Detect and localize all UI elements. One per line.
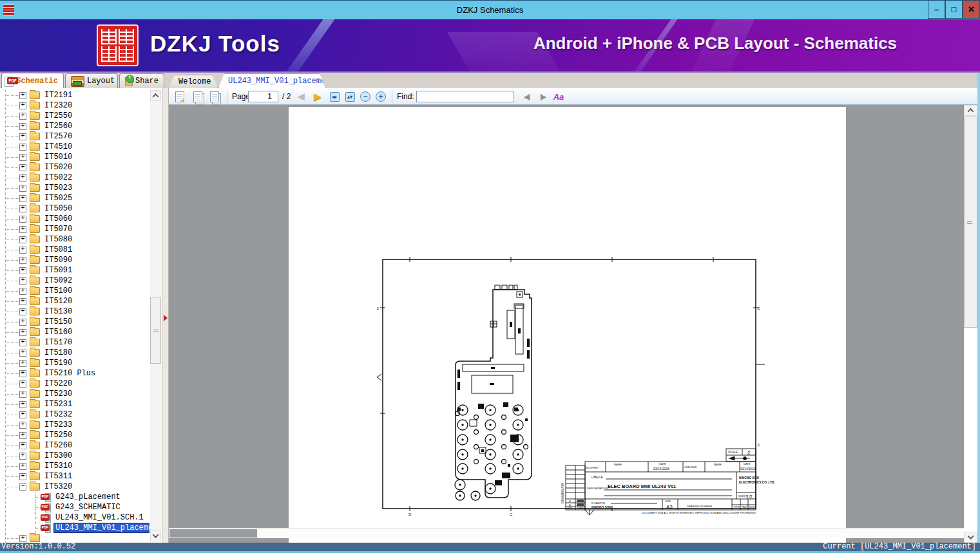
tree-item[interactable]: PDF IT5220	[0, 379, 149, 389]
tree-item[interactable]: PDF IT5231	[0, 399, 149, 409]
tree-item-label[interactable]: IT5130	[43, 307, 73, 316]
tree-expander-icon[interactable]	[19, 174, 26, 182]
find-next-icon[interactable]: |▶	[537, 91, 548, 102]
tree-item-label[interactable]: IT5160	[43, 328, 73, 337]
tree-item[interactable]: PDF IT5091	[0, 265, 149, 276]
tree-item-label[interactable]: IT5022	[43, 173, 73, 182]
tree-item[interactable]: PDF IT5180	[0, 348, 149, 358]
tab-layout[interactable]: PADS Layout	[65, 73, 118, 88]
maximize-button[interactable]: □	[945, 1, 963, 19]
tree-item[interactable]: PDF IT5092	[0, 276, 149, 286]
tree-expander-icon[interactable]	[19, 277, 26, 285]
tree-expander-icon[interactable]	[19, 411, 26, 418]
tree-item-label[interactable]: IT5232	[43, 410, 73, 419]
find-input[interactable]	[416, 91, 514, 102]
tree-item-label[interactable]: IT5300	[43, 451, 73, 460]
tree-item[interactable]: PDF IT5120	[0, 296, 149, 306]
tree-item-label[interactable]: IT2191	[43, 91, 73, 100]
tree-expander-icon[interactable]	[19, 133, 26, 140]
tree-item-label[interactable]: IT5092	[43, 276, 73, 285]
match-case-icon[interactable]: Aa	[553, 91, 564, 102]
viewer-scrollbar[interactable]	[964, 105, 977, 543]
tree-expander-icon[interactable]	[19, 216, 26, 223]
tree-item[interactable]: PDF UL243_MMI_V01_placement	[0, 523, 149, 533]
tree-item-label[interactable]: IT5120	[43, 297, 73, 306]
tree-item[interactable]: PDF G243_pLacement	[0, 492, 149, 502]
tree-expander-icon[interactable]	[19, 463, 26, 470]
tree-expander-icon[interactable]	[19, 226, 26, 233]
tree-item-label[interactable]: IT5025	[43, 194, 73, 203]
rotate-right-icon[interactable]	[209, 91, 220, 102]
tree-expander-icon[interactable]	[19, 442, 26, 449]
horizontal-scrollbar[interactable]	[169, 528, 964, 538]
tree-item-label[interactable]: IT5260	[43, 441, 73, 450]
tree-item[interactable]: PDF IT2550	[0, 111, 149, 121]
fit-page-icon[interactable]: ▴▾	[344, 91, 356, 102]
tree-item[interactable]: PDF IT5081	[0, 245, 149, 255]
tree-expander-icon[interactable]	[19, 267, 26, 274]
tree-item-label[interactable]: IT5180	[43, 348, 73, 357]
tree-item[interactable]: PDF IT5300	[0, 451, 149, 461]
tree-expander-icon[interactable]	[19, 422, 26, 429]
tree-item[interactable]: PDF IT2570	[0, 131, 149, 142]
rotate-left-icon[interactable]	[192, 91, 204, 102]
tree-expander-icon[interactable]	[19, 164, 26, 171]
tree-item[interactable]: PDF IT5233	[0, 420, 149, 430]
tree-expander-icon[interactable]	[19, 195, 26, 202]
tree-item-label[interactable]: UL243_MMI_V01.SCH.1	[54, 513, 145, 522]
tree-expander-icon[interactable]	[19, 483, 26, 491]
tree-item-label[interactable]: IT5250	[43, 431, 73, 440]
tree-expander-icon[interactable]	[19, 298, 26, 305]
tree-item-label[interactable]: IT5020	[43, 163, 73, 172]
sidebar-scroll-thumb[interactable]	[150, 297, 161, 364]
tree-expander-icon[interactable]	[19, 453, 26, 460]
tree-expander-icon[interactable]	[19, 370, 26, 377]
tree-expander-icon[interactable]	[19, 247, 26, 254]
tree-item[interactable]: PDF G243_SCHEMATIC	[0, 502, 149, 512]
fit-width-icon[interactable]: ◂▸	[329, 91, 340, 102]
tree-expander-icon[interactable]	[19, 154, 26, 161]
tree-item-label[interactable]: IT5230	[43, 389, 73, 398]
tree-item-label[interactable]: IT5070	[43, 225, 73, 234]
horizontal-scroll-thumb[interactable]	[169, 529, 257, 538]
tree-item[interactable]: PDF IT5232	[0, 409, 149, 420]
tree-item-label[interactable]: IT5210 Plus	[43, 369, 97, 378]
scroll-down-icon[interactable]	[150, 530, 161, 541]
tab-welcome[interactable]: Welcome	[169, 75, 218, 88]
tree-item-label[interactable]: IT5311	[43, 472, 73, 481]
tree-item-label[interactable]: G243_pLacement	[54, 492, 122, 501]
zoom-out-icon[interactable]: −	[360, 91, 371, 102]
tree-item[interactable]: PDF IT5100	[0, 286, 149, 296]
tree-expander-icon[interactable]	[19, 391, 26, 398]
tab-schematic[interactable]: PDF Schematic	[1, 73, 64, 88]
tree-item[interactable]: PDF IT4510	[0, 142, 149, 152]
tree-item-label[interactable]: IT5220	[43, 379, 73, 388]
tree-item[interactable]: PDF IT5310	[0, 461, 149, 471]
scroll-up-icon[interactable]	[150, 90, 161, 101]
tree-expander-icon[interactable]	[19, 360, 26, 367]
tree-expander-icon[interactable]	[19, 257, 26, 264]
tree-item[interactable]: PDF IT5130	[0, 306, 149, 317]
tree-item-label[interactable]: G243_SCHEMATIC	[54, 503, 122, 512]
tree-item[interactable]: PDF IT5250	[0, 430, 149, 440]
tree-item[interactable]: PDF IT5023	[0, 183, 149, 193]
tree-item[interactable]: PDF IT5160	[0, 327, 149, 337]
tree-expander-icon[interactable]	[19, 535, 26, 542]
viewer-scroll-thumb[interactable]	[964, 117, 977, 328]
tree-expander-icon[interactable]	[19, 432, 26, 439]
tree-item[interactable]: PDF IT5010	[0, 152, 149, 162]
tree-item-label[interactable]: IT5010	[43, 153, 73, 162]
scroll-down-icon[interactable]	[964, 532, 977, 543]
tree-item[interactable]: PDF IT5311	[0, 471, 149, 482]
tree-item[interactable]: PDF IT5260	[0, 440, 149, 451]
scroll-up-icon[interactable]	[964, 105, 977, 116]
tree-item-label[interactable]: IT2560	[43, 122, 73, 131]
tree-expander-icon[interactable]	[19, 380, 26, 388]
tree-expander-icon[interactable]	[19, 185, 26, 192]
tree-item[interactable]: PDF IT5230	[0, 389, 149, 399]
tree-item[interactable]: PDF IT5210 Plus	[0, 368, 149, 379]
tree-expander-icon[interactable]	[19, 308, 26, 315]
sidebar-scrollbar[interactable]	[150, 90, 161, 541]
tree-item-label[interactable]: IT5081	[43, 245, 73, 254]
page-layout-icon[interactable]	[174, 91, 186, 102]
